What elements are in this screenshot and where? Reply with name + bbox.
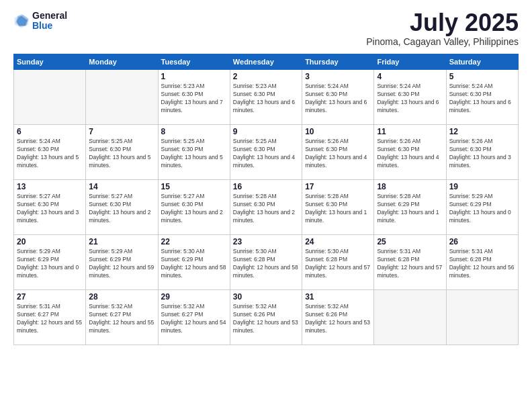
day-number: 21 [89,237,154,246]
calendar-cell: 22Sunrise: 5:30 AM Sunset: 6:29 PM Dayli… [158,235,230,290]
day-info: Sunrise: 5:29 AM Sunset: 6:29 PM Dayligh… [89,248,154,280]
day-number: 18 [377,182,443,191]
weekday-header: Tuesday [158,54,230,70]
day-info: Sunrise: 5:24 AM Sunset: 6:30 PM Dayligh… [377,83,443,115]
calendar-week-row: 27Sunrise: 5:31 AM Sunset: 6:27 PM Dayli… [14,290,519,345]
logo: General Blue [13,11,67,32]
day-number: 4 [377,72,443,81]
day-number: 23 [233,237,299,246]
calendar-cell: 7Sunrise: 5:25 AM Sunset: 6:30 PM Daylig… [86,125,158,180]
calendar-cell: 15Sunrise: 5:27 AM Sunset: 6:30 PM Dayli… [158,180,230,235]
day-number: 8 [161,127,227,136]
day-number: 22 [161,237,227,246]
header: General Blue July 2025 Pinoma, Cagayan V… [13,11,519,47]
calendar-cell [14,70,86,125]
day-info: Sunrise: 5:29 AM Sunset: 6:29 PM Dayligh… [17,248,83,280]
day-info: Sunrise: 5:26 AM Sunset: 6:30 PM Dayligh… [377,138,443,170]
calendar-cell: 6Sunrise: 5:24 AM Sunset: 6:30 PM Daylig… [14,125,86,180]
day-info: Sunrise: 5:32 AM Sunset: 6:26 PM Dayligh… [233,303,299,335]
calendar-cell: 1Sunrise: 5:23 AM Sunset: 6:30 PM Daylig… [158,70,230,125]
day-info: Sunrise: 5:28 AM Sunset: 6:29 PM Dayligh… [377,193,443,225]
day-info: Sunrise: 5:24 AM Sunset: 6:30 PM Dayligh… [449,83,515,115]
day-info: Sunrise: 5:32 AM Sunset: 6:26 PM Dayligh… [305,303,371,335]
calendar-cell: 20Sunrise: 5:29 AM Sunset: 6:29 PM Dayli… [14,235,86,290]
calendar-cell: 26Sunrise: 5:31 AM Sunset: 6:28 PM Dayli… [446,235,518,290]
calendar-cell: 9Sunrise: 5:25 AM Sunset: 6:30 PM Daylig… [230,125,302,180]
day-info: Sunrise: 5:32 AM Sunset: 6:27 PM Dayligh… [161,303,227,335]
weekday-header: Saturday [446,54,518,70]
day-info: Sunrise: 5:27 AM Sunset: 6:30 PM Dayligh… [161,193,227,225]
calendar-cell [446,290,518,345]
day-info: Sunrise: 5:32 AM Sunset: 6:27 PM Dayligh… [89,303,154,335]
calendar-cell: 27Sunrise: 5:31 AM Sunset: 6:27 PM Dayli… [14,290,86,345]
day-number: 3 [305,72,371,81]
logo-blue: Blue [32,21,67,31]
calendar-cell: 29Sunrise: 5:32 AM Sunset: 6:27 PM Dayli… [158,290,230,345]
calendar-cell: 14Sunrise: 5:27 AM Sunset: 6:30 PM Dayli… [86,180,158,235]
day-info: Sunrise: 5:25 AM Sunset: 6:30 PM Dayligh… [89,138,154,170]
day-info: Sunrise: 5:31 AM Sunset: 6:28 PM Dayligh… [377,248,443,280]
day-number: 6 [17,127,83,136]
calendar-week-row: 1Sunrise: 5:23 AM Sunset: 6:30 PM Daylig… [14,70,519,125]
day-info: Sunrise: 5:26 AM Sunset: 6:30 PM Dayligh… [305,138,371,170]
day-info: Sunrise: 5:28 AM Sunset: 6:30 PM Dayligh… [305,193,371,225]
day-number: 29 [161,292,227,302]
day-number: 20 [17,237,83,246]
calendar-cell: 25Sunrise: 5:31 AM Sunset: 6:28 PM Dayli… [374,235,446,290]
calendar-cell: 17Sunrise: 5:28 AM Sunset: 6:30 PM Dayli… [302,180,374,235]
day-number: 2 [233,72,299,81]
day-number: 26 [449,237,515,246]
weekday-header-row: SundayMondayTuesdayWednesdayThursdayFrid… [14,54,519,70]
calendar-cell: 30Sunrise: 5:32 AM Sunset: 6:26 PM Dayli… [230,290,302,345]
calendar-cell: 5Sunrise: 5:24 AM Sunset: 6:30 PM Daylig… [446,70,518,125]
day-info: Sunrise: 5:23 AM Sunset: 6:30 PM Dayligh… [233,83,299,115]
location: Pinoma, Cagayan Valley, Philippines [366,36,519,47]
calendar-cell: 12Sunrise: 5:26 AM Sunset: 6:30 PM Dayli… [446,125,518,180]
day-number: 5 [449,72,515,81]
day-number: 17 [305,182,371,191]
calendar-cell: 19Sunrise: 5:29 AM Sunset: 6:29 PM Dayli… [446,180,518,235]
calendar-cell: 2Sunrise: 5:23 AM Sunset: 6:30 PM Daylig… [230,70,302,125]
calendar-cell: 8Sunrise: 5:25 AM Sunset: 6:30 PM Daylig… [158,125,230,180]
day-number: 12 [449,127,515,136]
calendar-cell: 3Sunrise: 5:24 AM Sunset: 6:30 PM Daylig… [302,70,374,125]
logo-general: General [32,11,67,21]
day-number: 30 [233,292,299,302]
day-info: Sunrise: 5:31 AM Sunset: 6:28 PM Dayligh… [449,248,515,280]
day-info: Sunrise: 5:30 AM Sunset: 6:28 PM Dayligh… [233,248,299,280]
day-number: 10 [305,127,371,136]
day-info: Sunrise: 5:25 AM Sunset: 6:30 PM Dayligh… [233,138,299,170]
calendar: SundayMondayTuesdayWednesdayThursdayFrid… [13,54,519,345]
day-number: 14 [89,182,154,191]
day-info: Sunrise: 5:29 AM Sunset: 6:29 PM Dayligh… [449,193,515,225]
day-number: 27 [17,292,83,302]
day-number: 28 [89,292,154,302]
calendar-week-row: 20Sunrise: 5:29 AM Sunset: 6:29 PM Dayli… [14,235,519,290]
day-info: Sunrise: 5:25 AM Sunset: 6:30 PM Dayligh… [161,138,227,170]
weekday-header: Friday [374,54,446,70]
calendar-cell: 4Sunrise: 5:24 AM Sunset: 6:30 PM Daylig… [374,70,446,125]
calendar-cell: 13Sunrise: 5:27 AM Sunset: 6:30 PM Dayli… [14,180,86,235]
weekday-header: Wednesday [230,54,302,70]
day-number: 11 [377,127,443,136]
calendar-cell: 16Sunrise: 5:28 AM Sunset: 6:30 PM Dayli… [230,180,302,235]
day-number: 15 [161,182,227,191]
calendar-cell: 18Sunrise: 5:28 AM Sunset: 6:29 PM Dayli… [374,180,446,235]
day-info: Sunrise: 5:24 AM Sunset: 6:30 PM Dayligh… [305,83,371,115]
day-info: Sunrise: 5:26 AM Sunset: 6:30 PM Dayligh… [449,138,515,170]
calendar-cell: 11Sunrise: 5:26 AM Sunset: 6:30 PM Dayli… [374,125,446,180]
calendar-cell: 10Sunrise: 5:26 AM Sunset: 6:30 PM Dayli… [302,125,374,180]
day-info: Sunrise: 5:23 AM Sunset: 6:30 PM Dayligh… [161,83,227,115]
month-title: July 2025 [366,11,519,35]
logo-text: General Blue [32,11,67,32]
title-section: July 2025 Pinoma, Cagayan Valley, Philip… [366,11,519,47]
day-info: Sunrise: 5:30 AM Sunset: 6:28 PM Dayligh… [305,248,371,280]
calendar-week-row: 6Sunrise: 5:24 AM Sunset: 6:30 PM Daylig… [14,125,519,180]
day-info: Sunrise: 5:28 AM Sunset: 6:30 PM Dayligh… [233,193,299,225]
day-number: 13 [17,182,83,191]
day-number: 7 [89,127,154,136]
day-number: 1 [161,72,227,81]
calendar-cell [86,70,158,125]
calendar-cell [374,290,446,345]
day-info: Sunrise: 5:31 AM Sunset: 6:27 PM Dayligh… [17,303,83,335]
